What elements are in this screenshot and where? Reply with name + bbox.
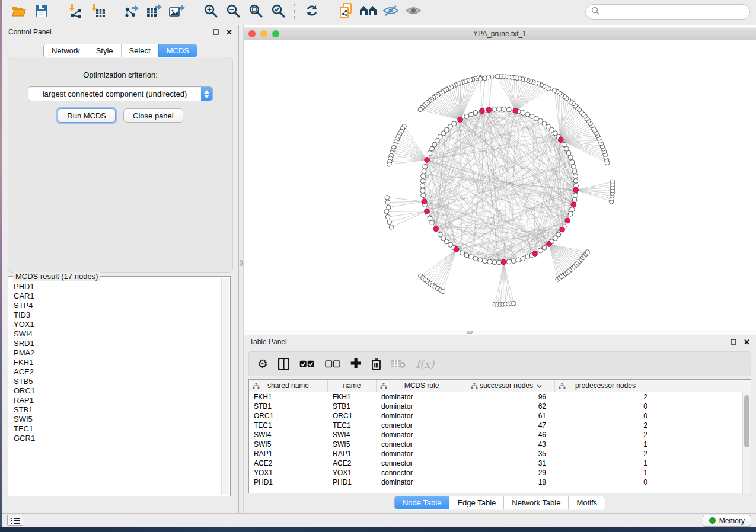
mcds-result-item[interactable]: FKH1 xyxy=(9,358,221,367)
network-node[interactable] xyxy=(562,142,566,147)
cell-successor-nodes[interactable]: 18 xyxy=(467,477,555,487)
zoom-fit-content-button[interactable] xyxy=(245,2,266,21)
network-node[interactable] xyxy=(573,193,578,198)
cell-predecessor-nodes[interactable]: 2 xyxy=(555,449,656,459)
network-node[interactable] xyxy=(385,214,390,219)
cell-shared-name[interactable]: SWI4 xyxy=(249,430,328,440)
network-node[interactable] xyxy=(385,196,390,200)
cell-predecessor-nodes[interactable]: 2 xyxy=(555,392,656,402)
cell-shared-name[interactable]: SWI5 xyxy=(249,440,328,449)
network-node[interactable] xyxy=(521,110,525,115)
table-row[interactable]: TEC1TEC1connector472 xyxy=(249,421,751,430)
refresh-view-button[interactable] xyxy=(301,2,323,21)
cell-shared-name[interactable]: PHD1 xyxy=(249,477,328,487)
function-builder-button[interactable]: f(x) xyxy=(416,358,434,370)
cell-mcds-role[interactable]: dominator xyxy=(377,402,467,411)
dominator-node[interactable] xyxy=(422,199,427,204)
cell-name[interactable]: ACE2 xyxy=(328,459,377,468)
cell-mcds-role[interactable]: dominator xyxy=(377,449,467,459)
dominator-node[interactable] xyxy=(486,107,492,113)
network-node[interactable] xyxy=(502,107,506,111)
cell-shared-name[interactable]: RAP1 xyxy=(249,449,328,459)
table-row[interactable]: FKH1FKH1dominator962 xyxy=(249,392,751,402)
cell-successor-nodes[interactable]: 47 xyxy=(467,421,555,430)
network-node[interactable] xyxy=(487,259,492,264)
network-node[interactable] xyxy=(511,259,516,264)
cell-successor-nodes[interactable]: 61 xyxy=(467,411,555,421)
table-row[interactable]: YOX1YOX1connector291 xyxy=(249,468,751,477)
column-header-successor-nodes[interactable]: successor nodes xyxy=(467,380,555,392)
optimization-criterion-select[interactable]: largest connected component (undirected) xyxy=(28,86,213,101)
mcds-result-item[interactable]: GCR1 xyxy=(9,434,221,443)
cell-predecessor-nodes[interactable]: 1 xyxy=(555,459,656,468)
dominator-node[interactable] xyxy=(501,259,506,265)
cell-successor-nodes[interactable]: 31 xyxy=(467,459,555,468)
network-node[interactable] xyxy=(422,169,426,174)
network-node[interactable] xyxy=(585,250,590,255)
network-node[interactable] xyxy=(492,107,497,111)
clone-network-button[interactable] xyxy=(335,2,356,21)
network-node[interactable] xyxy=(387,162,392,167)
network-node[interactable] xyxy=(492,260,497,265)
network-node[interactable] xyxy=(570,160,575,165)
network-node[interactable] xyxy=(464,114,469,118)
network-node[interactable] xyxy=(564,146,569,151)
mcds-result-scrollbar[interactable] xyxy=(221,278,229,495)
network-node[interactable] xyxy=(570,207,575,212)
horizontal-splitter[interactable] xyxy=(244,330,756,335)
cell-predecessor-nodes[interactable]: 1 xyxy=(555,440,656,449)
cell-successor-nodes[interactable]: 43 xyxy=(467,440,555,449)
dominator-node[interactable] xyxy=(560,227,565,232)
vertical-splitter[interactable] xyxy=(238,25,244,513)
cell-shared-name[interactable]: FKH1 xyxy=(249,392,328,402)
network-node[interactable] xyxy=(473,110,478,115)
dominator-node[interactable] xyxy=(480,108,485,114)
import-table-from-file-button[interactable] xyxy=(87,2,109,21)
network-node[interactable] xyxy=(478,76,483,81)
mcds-result-item[interactable]: SWI4 xyxy=(9,329,221,339)
table-row[interactable]: ORC1ORC1dominator610 xyxy=(249,411,751,421)
search-input[interactable] xyxy=(604,8,744,17)
network-node[interactable] xyxy=(573,174,578,178)
mcds-result-item[interactable]: TID3 xyxy=(9,310,221,320)
mcds-result-item[interactable]: STB1 xyxy=(9,405,221,415)
cell-mcds-role[interactable]: dominator xyxy=(377,392,467,402)
mcds-result-item[interactable]: RAP1 xyxy=(9,396,221,405)
network-node[interactable] xyxy=(516,258,521,262)
table-row[interactable]: STB1STB1dominator620 xyxy=(249,402,751,411)
cell-mcds-role[interactable]: connector xyxy=(377,440,467,449)
memory-button[interactable]: Memory xyxy=(703,515,751,527)
network-node[interactable] xyxy=(420,178,425,183)
column-header-mcds-role[interactable]: MCDS role xyxy=(377,380,467,392)
save-session-button[interactable] xyxy=(31,2,52,21)
mcds-result-item[interactable]: PMA2 xyxy=(9,348,221,358)
cell-mcds-role[interactable]: connector xyxy=(377,421,467,430)
cell-predecessor-nodes[interactable]: 0 xyxy=(555,402,656,411)
network-node[interactable] xyxy=(389,225,394,230)
zoom-in-button[interactable] xyxy=(200,2,221,21)
network-node[interactable] xyxy=(452,121,457,126)
network-node[interactable] xyxy=(506,259,511,264)
network-canvas[interactable] xyxy=(244,41,756,330)
network-node[interactable] xyxy=(486,75,491,79)
network-node[interactable] xyxy=(387,205,391,210)
network-node[interactable] xyxy=(497,107,502,111)
network-node[interactable] xyxy=(460,251,465,255)
network-node[interactable] xyxy=(441,289,445,294)
show-all-button[interactable] xyxy=(403,2,424,21)
table-row[interactable]: ACE2ACE2connector311 xyxy=(249,459,751,468)
network-node[interactable] xyxy=(385,200,390,205)
network-node[interactable] xyxy=(568,211,573,216)
cell-name[interactable]: PHD1 xyxy=(328,477,377,487)
column-header-name[interactable]: name xyxy=(328,380,377,392)
column-header-shared-name[interactable]: shared name xyxy=(249,380,328,392)
dominator-node[interactable] xyxy=(458,117,463,123)
network-node[interactable] xyxy=(572,169,577,174)
network-node[interactable] xyxy=(464,253,469,258)
network-node[interactable] xyxy=(430,220,435,225)
network-node[interactable] xyxy=(571,164,576,169)
dominator-node[interactable] xyxy=(565,218,570,223)
zoom-out-button[interactable] xyxy=(222,2,244,21)
cell-successor-nodes[interactable]: 35 xyxy=(467,449,555,459)
network-node[interactable] xyxy=(468,112,473,117)
